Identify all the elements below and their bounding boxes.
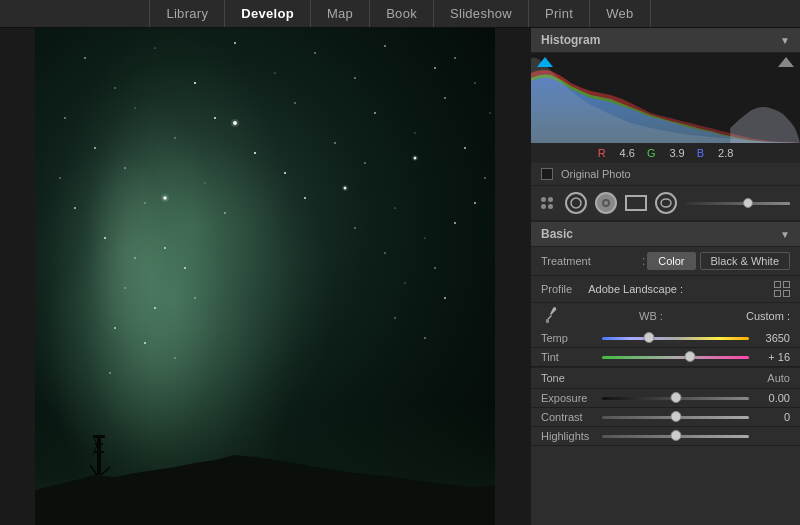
wb-label: WB : xyxy=(567,310,735,322)
profile-icon-cell-1 xyxy=(774,281,781,288)
histogram-canvas xyxy=(531,53,800,143)
histogram-g-label: G xyxy=(647,147,656,159)
svg-point-79 xyxy=(661,199,671,207)
original-photo-checkbox[interactable] xyxy=(541,168,553,180)
histogram-g-value: 3.9 xyxy=(669,147,684,159)
profile-label: Profile xyxy=(541,283,572,295)
histogram-graph xyxy=(531,53,800,143)
photo-canvas xyxy=(35,28,495,525)
wb-row: WB : Custom : xyxy=(531,303,800,329)
treatment-label: Treatment xyxy=(541,255,591,267)
histogram-b-value: 2.8 xyxy=(718,147,733,159)
nav-library[interactable]: Library xyxy=(149,0,225,27)
radial-filter-tool[interactable] xyxy=(655,192,677,214)
terrain-silhouette xyxy=(35,405,495,525)
original-photo-label: Original Photo xyxy=(561,168,631,180)
top-navigation: Library Develop Map Book Slideshow Print… xyxy=(0,0,800,28)
svg-point-76 xyxy=(571,198,581,208)
svg-rect-80 xyxy=(546,319,549,323)
treatment-row: Treatment : Color Black & White xyxy=(531,247,800,276)
svg-marker-67 xyxy=(35,455,495,525)
spot-removal-tool[interactable] xyxy=(595,192,617,214)
tint-label: Tint xyxy=(541,351,596,363)
highlights-label: Highlights xyxy=(541,430,596,442)
svg-line-75 xyxy=(101,467,110,475)
contrast-slider-row: Contrast 0 xyxy=(531,408,800,427)
highlights-slider-row: Highlights xyxy=(531,427,800,446)
tint-slider-row: Tint + 16 xyxy=(531,348,800,367)
profile-icon-cell-2 xyxy=(783,281,790,288)
histogram-collapse-arrow[interactable]: ▼ xyxy=(780,35,790,46)
tone-auto-btn[interactable]: Auto xyxy=(767,372,790,384)
nav-web[interactable]: Web xyxy=(590,0,650,27)
highlights-slider-track[interactable] xyxy=(602,435,749,438)
histogram-b-label: B xyxy=(697,147,704,159)
graduated-filter-tool[interactable] xyxy=(625,195,647,211)
basic-section: Basic ▼ Treatment : Color Black & White … xyxy=(531,221,800,446)
histogram-r-value: 4.6 xyxy=(620,147,635,159)
grid-dot-4 xyxy=(548,204,553,209)
grid-dot-2 xyxy=(548,197,553,202)
nav-slideshow[interactable]: Slideshow xyxy=(434,0,529,27)
temp-slider-thumb[interactable] xyxy=(644,332,655,343)
clip-right-indicator[interactable] xyxy=(778,57,794,67)
profile-value: Adobe Landscape : xyxy=(588,283,768,295)
exposure-value: 0.00 xyxy=(755,392,790,404)
profile-icon-cell-4 xyxy=(783,290,790,297)
wb-eyedropper-tool[interactable] xyxy=(541,307,559,325)
profile-row: Profile Adobe Landscape : xyxy=(531,276,800,303)
temp-label: Temp xyxy=(541,332,596,344)
svg-rect-69 xyxy=(93,435,105,438)
treatment-color-btn[interactable]: Color xyxy=(647,252,695,270)
nav-book[interactable]: Book xyxy=(370,0,434,27)
wb-section: WB : Custom : Temp 3650 Tint xyxy=(531,303,800,368)
profile-icon-cell-3 xyxy=(774,290,781,297)
contrast-label: Contrast xyxy=(541,411,596,423)
nav-develop[interactable]: Develop xyxy=(225,0,311,27)
contrast-slider-track[interactable] xyxy=(602,416,749,419)
contrast-value: 0 xyxy=(755,411,790,423)
brightness-slider-thumb[interactable] xyxy=(743,198,753,208)
clip-left-indicator[interactable] xyxy=(537,57,553,67)
exposure-label: Exposure xyxy=(541,392,596,404)
nav-map[interactable]: Map xyxy=(311,0,370,27)
nav-print[interactable]: Print xyxy=(529,0,590,27)
exposure-slider-track[interactable] xyxy=(602,397,749,400)
grid-dot-3 xyxy=(541,204,546,209)
tool-grid-icon[interactable] xyxy=(541,197,553,209)
exposure-slider-row: Exposure 0.00 xyxy=(531,389,800,408)
original-photo-row: Original Photo xyxy=(531,163,800,186)
grid-dot-1 xyxy=(541,197,546,202)
temp-value: 3650 xyxy=(755,332,790,344)
right-panel: Histogram ▼ xyxy=(530,28,800,525)
exposure-slider-thumb[interactable] xyxy=(670,392,681,403)
tone-title: Tone xyxy=(541,372,767,384)
basic-collapse-arrow[interactable]: ▼ xyxy=(780,229,790,240)
main-content: Histogram ▼ xyxy=(0,28,800,525)
contrast-slider-thumb[interactable] xyxy=(670,411,681,422)
histogram-section: Histogram ▼ xyxy=(531,28,800,221)
histogram-header: Histogram ▼ xyxy=(531,28,800,53)
wb-value: Custom : xyxy=(735,310,790,322)
tone-header-row: Tone Auto xyxy=(531,368,800,389)
treatment-bw-btn[interactable]: Black & White xyxy=(700,252,790,270)
histogram-title: Histogram xyxy=(541,33,600,47)
crop-tool[interactable] xyxy=(565,192,587,214)
tool-brightness-slider[interactable] xyxy=(685,202,790,205)
histogram-r-label: R xyxy=(598,147,606,159)
temp-slider-row: Temp 3650 xyxy=(531,329,800,348)
svg-point-78 xyxy=(604,201,608,205)
histogram-values: R 4.6 G 3.9 B 2.8 xyxy=(531,143,800,163)
temp-slider-track[interactable] xyxy=(602,337,749,340)
basic-section-header: Basic ▼ xyxy=(531,221,800,247)
profile-browse-icon[interactable] xyxy=(774,281,790,297)
tint-slider-track[interactable] xyxy=(602,356,749,359)
photo-panel xyxy=(0,28,530,525)
tint-slider-thumb[interactable] xyxy=(685,351,696,362)
tint-value: + 16 xyxy=(755,351,790,363)
highlights-slider-thumb[interactable] xyxy=(670,430,681,441)
svg-line-74 xyxy=(90,465,97,475)
basic-section-title: Basic xyxy=(541,227,573,241)
tool-strip xyxy=(531,186,800,221)
